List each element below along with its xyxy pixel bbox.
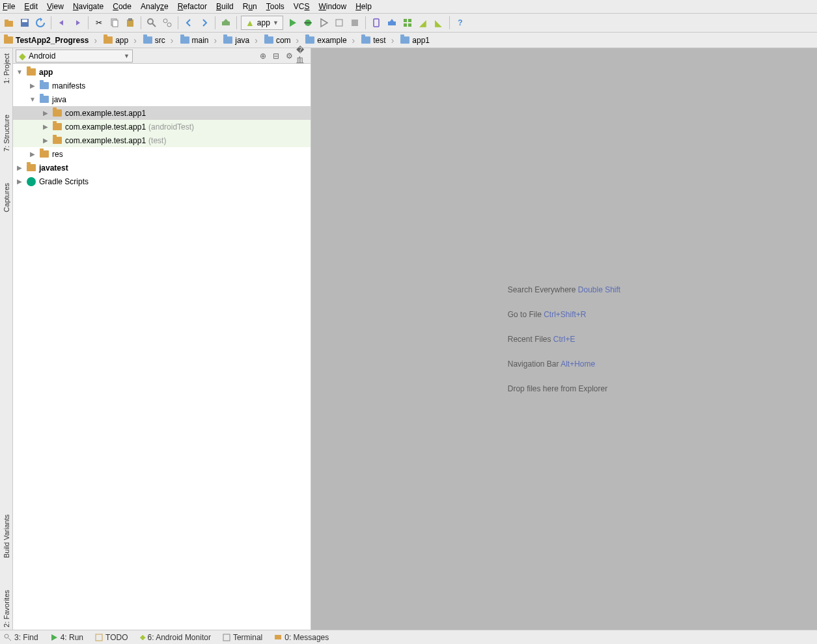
tab-favorites[interactable]: 2: Favorites [1, 587, 12, 630]
undo-icon[interactable] [55, 16, 68, 29]
tree-package-androidtest[interactable]: ▶ com.example.test.app1 (androidTest) [13, 120, 311, 133]
find-icon[interactable] [145, 16, 158, 29]
avd-manager-icon[interactable] [370, 16, 383, 29]
help-icon[interactable]: ? [454, 16, 467, 29]
crumb-java[interactable]: java [221, 33, 262, 48]
crumb-test[interactable]: test [359, 33, 398, 48]
sync-icon[interactable] [34, 16, 47, 29]
svg-point-10 [163, 19, 167, 23]
open-icon[interactable] [3, 16, 16, 29]
crumb-src[interactable]: src [141, 33, 178, 48]
chevron-right-icon: ▶ [42, 123, 49, 130]
tab-build-variants[interactable]: Build Variants [1, 512, 12, 561]
scroll-to-source-icon[interactable]: ⊕ [257, 50, 269, 62]
menu-navigate[interactable]: Navigate [73, 2, 104, 11]
svg-rect-20 [408, 19, 411, 22]
crumb-com[interactable]: com [262, 33, 303, 48]
profile-icon[interactable] [317, 16, 330, 29]
separator [178, 16, 178, 29]
svg-rect-17 [374, 19, 379, 27]
bottom-tool-bar: 3: Find 4: Run TODO ◆6: Android Monitor … [0, 630, 817, 644]
settings-icon[interactable]: ⚙ [283, 50, 295, 62]
tab-structure[interactable]: 7: Structure [1, 112, 12, 154]
make-icon[interactable] [219, 16, 232, 29]
attach-debugger-icon[interactable] [333, 16, 346, 29]
separator [141, 16, 141, 29]
paste-icon[interactable] [124, 16, 137, 29]
tree-gradle-scripts[interactable]: ▶ Gradle Scripts [13, 175, 311, 188]
tree-javatest[interactable]: ▶ javatest [13, 161, 311, 175]
separator [449, 16, 450, 29]
menu-file[interactable]: File [3, 2, 15, 11]
crumb-main[interactable]: main [178, 33, 221, 48]
tab-find[interactable]: 3: Find [4, 633, 38, 642]
package-icon [52, 122, 62, 132]
menu-vcs[interactable]: VCS [294, 2, 310, 11]
folder-icon [305, 36, 314, 44]
device-file-icon[interactable]: ◣ [432, 16, 445, 29]
menu-edit[interactable]: Edit [24, 2, 38, 11]
tab-todo[interactable]: TODO [95, 633, 128, 642]
folder-icon [223, 36, 232, 44]
svg-point-23 [5, 634, 8, 638]
tree-res[interactable]: ▶ res [13, 147, 311, 161]
folder-icon [39, 149, 49, 160]
hide-icon[interactable]: �血 [296, 50, 308, 62]
tab-android-monitor[interactable]: ◆6: Android Monitor [140, 633, 211, 642]
menu-refactor[interactable]: Refactor [178, 2, 207, 11]
menu-window[interactable]: Window [318, 2, 346, 11]
module-icon [26, 67, 36, 77]
crumb-example[interactable]: example [303, 33, 359, 48]
svg-rect-1 [5, 20, 8, 21]
menu-analyze[interactable]: Analyze [141, 2, 169, 11]
package-icon [52, 108, 62, 119]
crumb-app[interactable]: app [101, 33, 141, 48]
chevron-right-icon: ▶ [16, 164, 23, 171]
debug-icon[interactable] [301, 16, 314, 29]
chevron-down-icon: ▼ [273, 20, 279, 26]
svg-rect-15 [336, 20, 342, 26]
theme-editor-icon[interactable]: ◢ [417, 16, 430, 29]
tip-recent-files: Recent Files Ctrl+E [508, 327, 620, 352]
svg-rect-27 [275, 635, 281, 639]
menu-code[interactable]: Code [113, 2, 132, 11]
collapse-icon[interactable]: ⊟ [270, 50, 282, 62]
tree-java[interactable]: ▼ java [13, 92, 311, 106]
layout-inspector-icon[interactable] [401, 16, 414, 29]
tree-manifests[interactable]: ▶ manifests [13, 79, 311, 92]
redo-icon[interactable] [71, 16, 84, 29]
tree-app[interactable]: ▼ app [13, 65, 311, 79]
menu-view[interactable]: View [47, 2, 64, 11]
svg-rect-21 [404, 23, 407, 27]
run-configuration-selector[interactable]: ▲ app ▼ [241, 16, 283, 30]
tab-terminal[interactable]: Terminal [223, 633, 262, 642]
forward-icon[interactable] [198, 16, 211, 29]
tab-project[interactable]: 1: Project [1, 51, 12, 86]
save-icon[interactable] [18, 16, 31, 29]
tab-messages[interactable]: 0: Messages [274, 633, 329, 642]
stop-icon[interactable] [348, 16, 361, 29]
tab-run[interactable]: 4: Run [50, 633, 83, 642]
copy-icon[interactable] [108, 16, 121, 29]
separator [215, 16, 215, 29]
crumb-project[interactable]: TestApp2_Progress [1, 33, 101, 48]
cut-icon[interactable]: ✂ [92, 16, 105, 29]
module-icon [26, 163, 36, 173]
crumb-app1[interactable]: app1 [398, 33, 439, 48]
project-view-selector[interactable]: ◆ Android ▼ [16, 49, 133, 63]
back-icon[interactable] [182, 16, 195, 29]
svg-rect-22 [408, 23, 411, 27]
menu-help[interactable]: Help [355, 2, 372, 11]
folder-icon [39, 81, 49, 91]
left-tool-gutter: 1: Project 7: Structure Captures Build V… [0, 48, 13, 630]
menu-build[interactable]: Build [216, 2, 234, 11]
run-icon[interactable] [286, 16, 299, 29]
menu-tools[interactable]: Tools [266, 2, 284, 11]
tree-package-test[interactable]: ▶ com.example.test.app1 (test) [13, 133, 311, 147]
menu-run[interactable]: Run [243, 2, 257, 11]
tree-package-main[interactable]: ▶ com.example.test.app1 [13, 106, 311, 120]
replace-icon[interactable] [161, 16, 174, 29]
tab-captures[interactable]: Captures [1, 180, 12, 215]
svg-rect-0 [5, 21, 13, 27]
sdk-manager-icon[interactable] [385, 16, 398, 29]
